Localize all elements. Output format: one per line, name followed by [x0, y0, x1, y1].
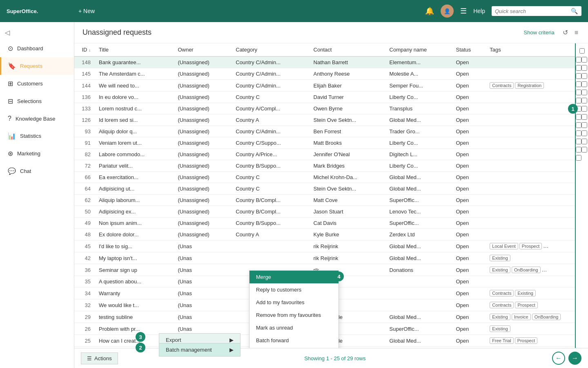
prev-page-button[interactable]: ←: [552, 352, 565, 365]
row-checkbox[interactable]: [581, 122, 587, 128]
sidebar-item-dashboard[interactable]: ⊙ Dashboard: [0, 40, 74, 57]
cell-tags: [486, 126, 575, 137]
cell-id: 26: [74, 323, 95, 335]
actions-button[interactable]: ☰ Actions: [81, 352, 118, 364]
table-row[interactable]: 93 Aliquip dolor q... (Unassigned) Count…: [74, 126, 575, 137]
cell-tags: [486, 56, 575, 68]
row-checkbox[interactable]: [576, 81, 581, 87]
context-menu-item-unread[interactable]: Mark as unread: [249, 321, 339, 334]
row-checkbox[interactable]: [576, 98, 581, 103]
row-checkbox[interactable]: [576, 57, 581, 63]
row-checkbox[interactable]: [581, 130, 587, 136]
cell-id: 25: [74, 335, 95, 347]
col-owner[interactable]: Owner: [174, 43, 232, 56]
col-category[interactable]: Category: [232, 43, 309, 56]
table-row[interactable]: 62 Aliquip laborum... (Unassigned) Count…: [74, 195, 575, 206]
menu-button[interactable]: ☰: [460, 7, 467, 16]
refresh-button[interactable]: ↺: [561, 27, 570, 38]
context-menu-item-change[interactable]: Change: [249, 347, 339, 348]
cell-company: Liberty Co...: [385, 92, 452, 103]
customers-icon: ⊞: [8, 80, 13, 88]
table-row[interactable]: 126 Id lorem sed si... (Unassigned) Coun…: [74, 114, 575, 126]
sidebar-item-chat[interactable]: 💬 Chat: [0, 162, 74, 180]
cell-status: Open: [452, 126, 486, 137]
help-link[interactable]: Help: [473, 8, 485, 14]
row-checkbox[interactable]: [576, 90, 581, 95]
select-all-checkbox[interactable]: [579, 48, 585, 54]
row-checkbox[interactable]: [576, 155, 581, 161]
table-row[interactable]: 49 Non ipsum anim... (Unassigned) Countr…: [74, 218, 575, 229]
cell-category: Country C/Suppo...: [232, 137, 309, 149]
batch-management-menu-item[interactable]: Batch management ▶: [159, 343, 241, 357]
col-status[interactable]: Status: [452, 43, 486, 56]
search-input[interactable]: [495, 8, 568, 14]
cell-contact: Jason Stuart: [310, 206, 385, 218]
row-checkbox[interactable]: [581, 114, 587, 120]
sidebar-item-selections[interactable]: ⊟ Selections: [0, 92, 74, 110]
context-menu-item-batch-forward[interactable]: Batch forward: [249, 334, 339, 347]
cell-title: We will need to...: [95, 80, 174, 92]
show-criteria-link[interactable]: Show criteria: [524, 29, 555, 36]
context-menu-item-remove-fav[interactable]: Remove from my favourites: [249, 309, 339, 321]
row-checkbox[interactable]: [576, 65, 581, 71]
table-row[interactable]: 48 Ex dolore dolor... (Unassigned) Count…: [74, 229, 575, 240]
cell-contact: rik Reijrink: [310, 252, 385, 264]
row-checkbox[interactable]: [581, 57, 587, 63]
row-checkbox[interactable]: [581, 73, 587, 79]
table-row[interactable]: 145 The Amsterdam c... (Unassigned) Coun…: [74, 68, 575, 80]
row-checkbox[interactable]: [581, 139, 587, 144]
sidebar-item-requests[interactable]: 🔖 Requests: [0, 57, 74, 75]
cell-status: Open: [452, 137, 486, 149]
row-checkbox[interactable]: [581, 90, 587, 95]
row-checkbox[interactable]: [576, 147, 581, 153]
cell-tags: [486, 114, 575, 126]
col-tags[interactable]: Tags: [486, 43, 575, 56]
columns-button[interactable]: ≡: [573, 27, 580, 38]
sidebar-item-statistics[interactable]: 📊 Statistics: [0, 127, 74, 145]
col-id[interactable]: ID ↓: [74, 43, 95, 56]
context-menu-item-merge[interactable]: Merge: [249, 271, 339, 283]
col-contact[interactable]: Contact: [310, 43, 385, 56]
sidebar-item-knowledge-base[interactable]: ? Knowledge Base: [0, 110, 74, 127]
row-checkbox[interactable]: [581, 98, 587, 103]
col-title[interactable]: Title: [95, 43, 174, 56]
next-page-button[interactable]: →: [568, 352, 581, 365]
row-checkbox[interactable]: [581, 65, 587, 71]
context-menu-item-reply[interactable]: Reply to customers: [249, 283, 339, 296]
table-row[interactable]: 45 I'd like to sig... (Unas rik Reijrink…: [74, 240, 575, 252]
table-row[interactable]: 136 In eu dolore vo... (Unassigned) Coun…: [74, 92, 575, 103]
col-company[interactable]: Company name: [385, 43, 452, 56]
marketing-icon: ⊛: [8, 150, 13, 157]
notification-button[interactable]: 🔔: [425, 7, 434, 16]
table-row[interactable]: 144 We will need to... (Unassigned) Coun…: [74, 80, 575, 92]
row-checkbox[interactable]: [576, 73, 581, 79]
cell-title: testing subline: [95, 311, 174, 323]
right-panel: [575, 43, 588, 348]
row-checkbox[interactable]: [581, 147, 587, 153]
row-checkbox[interactable]: [581, 106, 587, 112]
cell-category: Country C: [232, 92, 309, 103]
context-menu-item-add-fav[interactable]: Add to my favourites: [249, 296, 339, 309]
avatar[interactable]: 👤: [441, 4, 454, 18]
table-row[interactable]: 66 Ea exercitation... (Unassigned) Count…: [74, 172, 575, 183]
row-checkbox[interactable]: [576, 122, 581, 128]
table-row[interactable]: 133 Lorem nostrud c... (Unassigned) Coun…: [74, 103, 575, 114]
table-row[interactable]: 64 Adipisicing ut... (Unassigned) Countr…: [74, 183, 575, 195]
table-row[interactable]: 72 Pariatur velit... (Unassigned) Countr…: [74, 160, 575, 172]
table-row[interactable]: 42 My laptop isn't... (Unas rik Reijrink…: [74, 252, 575, 264]
row-checkbox[interactable]: [576, 114, 581, 120]
new-button[interactable]: + New: [78, 8, 95, 14]
table-row[interactable]: 82 Labore commodo... (Unassigned) Countr…: [74, 149, 575, 160]
table-row[interactable]: 91 Veniam lorem ut... (Unassigned) Count…: [74, 137, 575, 149]
sidebar-collapse-button[interactable]: ◁: [0, 25, 74, 40]
sidebar-item-customers[interactable]: ⊞ Customers: [0, 75, 74, 92]
sidebar-item-marketing[interactable]: ⊛ Marketing: [0, 145, 74, 162]
cell-id: 93: [74, 126, 95, 137]
row-checkbox[interactable]: [576, 130, 581, 136]
table-row[interactable]: 148 Bank guarantee... (Unassigned) Count…: [74, 56, 575, 68]
selections-icon: ⊟: [8, 97, 13, 105]
row-checkbox[interactable]: [581, 81, 587, 87]
table-row[interactable]: 50 Adipisicing ex... (Unassigned) Countr…: [74, 206, 575, 218]
cell-contact: Elijah Baker: [310, 80, 385, 92]
row-checkbox[interactable]: [576, 139, 581, 144]
